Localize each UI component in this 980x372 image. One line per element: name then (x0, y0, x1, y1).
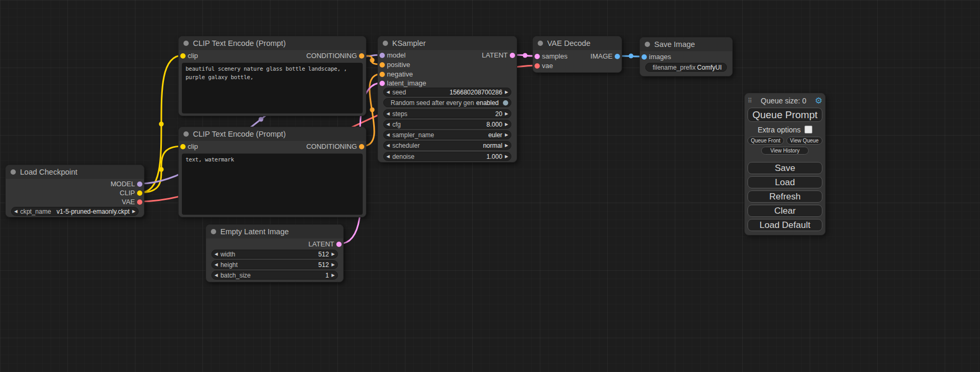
widget-height[interactable]: ◀ height 512 ▶ (211, 260, 338, 269)
node-load-checkpoint[interactable]: Load Checkpoint MODEL CLIP VAE ◀ ckpt_na… (5, 165, 144, 217)
input-socket-samples[interactable] (535, 54, 540, 59)
load-button[interactable]: Load (748, 176, 822, 188)
toggle-dot-icon[interactable] (503, 100, 508, 106)
input-socket-latent-image[interactable] (380, 81, 385, 86)
collapse-dot-icon[interactable] (383, 41, 388, 46)
combo-left-arrow-icon[interactable]: ◀ (215, 263, 218, 267)
settings-gear-icon[interactable]: ⚙ (815, 97, 822, 105)
node-empty-latent-image[interactable]: Empty Latent Image LATENT ◀ width 512 ▶ … (206, 224, 344, 282)
widget-name: denoise (392, 153, 414, 160)
node-title-bar[interactable]: CLIP Text Encode (Prompt) (179, 36, 366, 50)
node-graph-canvas[interactable]: Load Checkpoint MODEL CLIP VAE ◀ ckpt_na… (0, 0, 980, 372)
view-queue-button[interactable]: View Queue (787, 137, 823, 145)
node-title: VAE Decode (547, 39, 590, 47)
widget-steps[interactable]: ◀ steps 20 ▶ (383, 109, 511, 118)
collapse-dot-icon[interactable] (11, 169, 16, 175)
input-socket-images[interactable] (642, 54, 647, 60)
widget-cfg[interactable]: ◀ cfg 8.000 ▶ (383, 120, 511, 129)
node-title: Load Checkpoint (20, 168, 77, 176)
output-socket-image[interactable] (615, 54, 620, 59)
combo-right-arrow-icon[interactable]: ▶ (332, 252, 335, 256)
node-title-bar[interactable]: KSampler (378, 36, 517, 50)
input-socket-clip[interactable] (180, 144, 186, 149)
output-socket-vae[interactable] (137, 199, 142, 205)
widget-scheduler[interactable]: ◀ scheduler normal ▶ (383, 141, 511, 150)
widget-denoise[interactable]: ◀ denoise 1.000 ▶ (383, 152, 511, 161)
extra-options-checkbox[interactable] (804, 126, 812, 133)
node-save-image[interactable]: Save Image images filename_prefix ComfyU… (639, 37, 733, 77)
collapse-dot-icon[interactable] (183, 131, 189, 137)
menu-header: ⠿ Queue size: 0 ⚙ (748, 96, 822, 106)
combo-right-arrow-icon[interactable]: ▶ (332, 263, 335, 267)
combo-right-arrow-icon[interactable]: ▶ (505, 155, 508, 159)
widget-ckpt-name[interactable]: ◀ ckpt_name v1-5-pruned-emaonly.ckpt ▶ (11, 207, 139, 216)
input-socket-positive[interactable] (380, 62, 385, 68)
widget-filename-prefix[interactable]: filename_prefix ComfyUI (645, 63, 727, 72)
combo-right-arrow-icon[interactable]: ▶ (505, 112, 508, 116)
refresh-button[interactable]: Refresh (748, 190, 822, 203)
node-title-bar[interactable]: Empty Latent Image (206, 225, 343, 239)
node-vae-decode[interactable]: VAE Decode samples vae IMAGE (532, 36, 622, 73)
output-socket-model[interactable] (137, 182, 142, 187)
combo-right-arrow-icon[interactable]: ▶ (505, 122, 508, 127)
combo-right-arrow-icon[interactable]: ▶ (505, 144, 508, 148)
load-default-button[interactable]: Load Default (748, 219, 822, 231)
input-socket-negative[interactable] (380, 72, 385, 77)
output-socket-conditioning[interactable] (359, 144, 364, 149)
node-title-bar[interactable]: Save Image (640, 37, 732, 51)
input-slot-samples-label: samples (542, 52, 567, 61)
combo-right-arrow-icon[interactable]: ▶ (505, 133, 508, 137)
widget-width[interactable]: ◀ width 512 ▶ (211, 250, 338, 259)
output-socket-clip[interactable] (137, 190, 142, 196)
combo-left-arrow-icon[interactable]: ◀ (386, 144, 390, 148)
view-history-button[interactable]: View History (761, 147, 808, 155)
input-socket-vae[interactable] (535, 63, 540, 69)
output-socket-conditioning[interactable] (359, 53, 364, 59)
node-title-bar[interactable]: VAE Decode (533, 36, 622, 50)
node-title-bar[interactable]: Load Checkpoint (6, 165, 144, 179)
combo-left-arrow-icon[interactable]: ◀ (386, 133, 390, 137)
combo-left-arrow-icon[interactable]: ◀ (386, 90, 390, 94)
combo-left-arrow-icon[interactable]: ◀ (386, 122, 390, 127)
widget-random-seed-toggle[interactable]: Random seed after every gen enabled (383, 98, 511, 107)
widget-value: 1 (325, 272, 329, 279)
combo-right-arrow-icon[interactable]: ▶ (505, 90, 508, 94)
node-clip-text-encode-positive[interactable]: CLIP Text Encode (Prompt) clip CONDITION… (178, 36, 366, 116)
clear-button[interactable]: Clear (748, 205, 822, 217)
queue-small-buttons-row: Queue Front View Queue (748, 137, 822, 145)
output-slot-latent-label: LATENT (308, 240, 334, 249)
collapse-dot-icon[interactable] (183, 41, 189, 46)
node-ksampler[interactable]: KSampler model positive negative latent_… (377, 36, 517, 163)
prompt-text-area[interactable]: text, watermark (182, 154, 363, 215)
widget-seed[interactable]: ◀ seed 156680208700286 ▶ (383, 88, 511, 97)
combo-left-arrow-icon[interactable]: ◀ (386, 112, 390, 116)
link-midpoint-dot (159, 167, 164, 172)
combo-left-arrow-icon[interactable]: ◀ (215, 252, 218, 256)
node-title-bar[interactable]: CLIP Text Encode (Prompt) (179, 127, 366, 141)
combo-right-arrow-icon[interactable]: ▶ (132, 209, 135, 214)
collapse-dot-icon[interactable] (211, 229, 216, 234)
combo-left-arrow-icon[interactable]: ◀ (14, 209, 17, 214)
widget-value: 20 (495, 110, 502, 118)
combo-left-arrow-icon[interactable]: ◀ (215, 273, 218, 278)
input-socket-model[interactable] (380, 53, 385, 58)
save-button[interactable]: Save (748, 162, 822, 174)
widget-value: 1.000 (487, 153, 502, 160)
drag-handle-icon[interactable]: ⠿ (748, 97, 752, 104)
queue-prompt-button[interactable]: Queue Prompt (748, 108, 822, 122)
widget-batch-size[interactable]: ◀ batch_size 1 ▶ (211, 271, 338, 280)
combo-left-arrow-icon[interactable]: ◀ (386, 155, 390, 159)
output-socket-latent[interactable] (336, 242, 342, 247)
widget-name: scheduler (392, 142, 420, 149)
node-clip-text-encode-negative[interactable]: CLIP Text Encode (Prompt) clip CONDITION… (178, 127, 366, 217)
collapse-dot-icon[interactable] (538, 41, 543, 46)
prompt-text-area[interactable]: beautiful scenery nature glass bottle la… (182, 63, 363, 113)
collapse-dot-icon[interactable] (645, 42, 650, 47)
queue-front-button[interactable]: Queue Front (748, 137, 784, 145)
output-socket-latent[interactable] (510, 53, 515, 58)
output-slot-conditioning-label: CONDITIONING (306, 52, 357, 60)
widget-sampler-name[interactable]: ◀ sampler_name euler ▶ (383, 130, 511, 139)
link-midpoint-dot (629, 54, 634, 59)
input-socket-clip[interactable] (180, 53, 186, 59)
combo-right-arrow-icon[interactable]: ▶ (332, 273, 335, 278)
